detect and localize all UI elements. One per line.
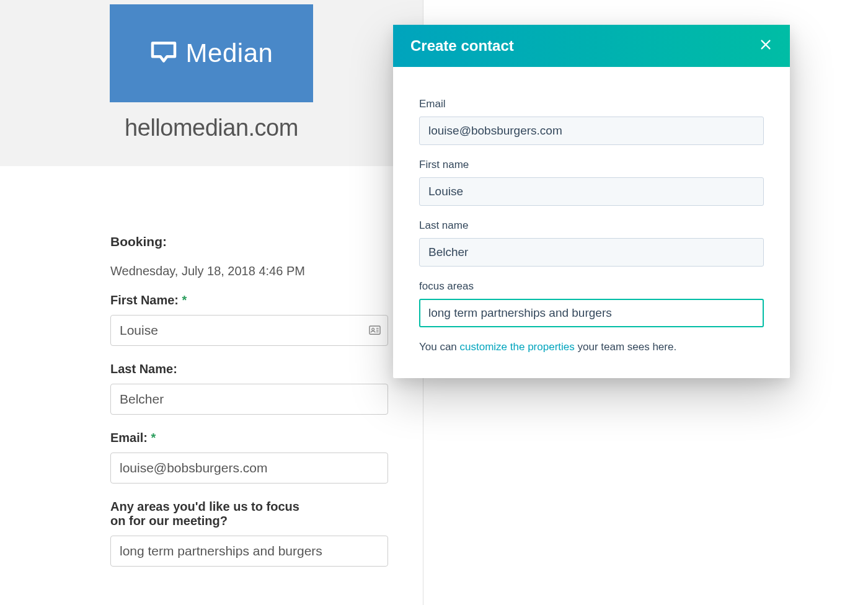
modal-last-name-input[interactable] [419,238,764,267]
last-name-label: Last Name: [110,362,312,376]
create-contact-modal: Create contact Email First name Last nam… [393,25,790,378]
email-label: Email: * [110,431,312,445]
modal-first-name-label: First name [419,159,764,171]
required-marker: * [151,431,156,444]
focus-question-group: Any areas you'd like us to focus on for … [110,500,312,567]
svg-point-1 [372,328,374,330]
customize-properties-link[interactable]: customize the properties [460,341,575,353]
booking-form: Booking: Wednesday, July 18, 2018 4:46 P… [0,166,423,567]
focus-question-label: Any areas you'd like us to focus on for … [110,500,312,528]
median-logo-icon [150,41,177,66]
brand-logo-box: Median [110,4,314,102]
modal-focus-areas-input[interactable] [419,299,764,327]
modal-email-group: Email [419,98,764,145]
booking-panel: Median hellomedian.com Booking: Wednesda… [0,0,423,605]
modal-first-name-input[interactable] [419,177,764,206]
contact-card-icon [369,325,381,335]
modal-last-name-label: Last name [419,219,764,232]
modal-footer-text: You can customize the properties your te… [419,341,764,353]
modal-focus-areas-group: focus areas [419,280,764,327]
modal-email-input[interactable] [419,117,764,145]
close-icon [759,38,773,54]
modal-first-name-group: First name [419,159,764,206]
email-input[interactable] [110,453,388,484]
last-name-input[interactable] [110,384,388,415]
brand-name: Median [186,38,273,68]
first-name-input[interactable] [110,315,388,346]
last-name-group: Last Name: [110,362,312,415]
first-name-label: First Name: * [110,293,312,307]
modal-header: Create contact [393,25,790,67]
brand-url: hellomedian.com [0,115,423,141]
modal-title: Create contact [410,37,514,55]
modal-focus-areas-label: focus areas [419,280,764,293]
modal-body: Email First name Last name focus areas Y… [393,67,790,378]
booking-datetime: Wednesday, July 18, 2018 4:46 PM [110,264,312,278]
header-section: Median hellomedian.com [0,0,423,166]
booking-section-label: Booking: [110,234,312,249]
close-button[interactable] [759,38,773,54]
required-marker: * [182,293,187,307]
focus-question-input[interactable] [110,536,388,567]
modal-email-label: Email [419,98,764,110]
email-group: Email: * [110,431,312,484]
first-name-group: First Name: * [110,293,312,346]
modal-last-name-group: Last name [419,219,764,267]
